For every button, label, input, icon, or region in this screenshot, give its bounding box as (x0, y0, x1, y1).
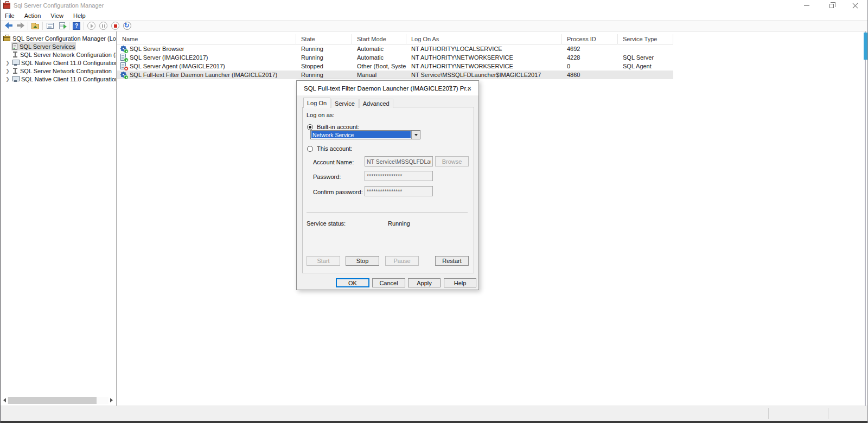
apply-button[interactable]: Apply (408, 278, 441, 287)
confirm-password-label: Confirm password: (313, 189, 363, 195)
menu-file[interactable]: File (1, 12, 20, 20)
restore-button[interactable] (819, 0, 843, 11)
menu-action[interactable]: Action (20, 12, 46, 20)
window-vertical-scrollbar[interactable] (864, 31, 867, 406)
stop-icon (111, 22, 119, 30)
ok-button[interactable]: OK (336, 278, 369, 287)
pause-button[interactable]: Pause (385, 256, 419, 266)
expand-chevron-icon[interactable]: ❯ (4, 76, 11, 82)
stop-button[interactable]: Stop (346, 256, 379, 266)
service-start-mode: Other (Boot, Syste... (352, 63, 406, 69)
menu-help[interactable]: Help (68, 12, 91, 20)
toolbar-separator (28, 22, 28, 30)
refresh-icon: ↻ (123, 22, 131, 30)
cancel-button[interactable]: Cancel (372, 278, 405, 287)
menu-view[interactable]: View (46, 12, 68, 20)
tree-root[interactable]: SQL Server Configuration Manager (Local) (1, 34, 116, 42)
app-window: Sql Server Configuration Manager File Ac… (0, 0, 868, 423)
toolbox-icon (3, 36, 10, 41)
service-start-mode: Automatic (352, 46, 406, 52)
tab-service[interactable]: Service (331, 99, 359, 108)
tree-item-native-client-32bit[interactable]: ❯ SQL Native Client 11.0 Configuration (… (1, 59, 116, 67)
password-input[interactable] (365, 171, 433, 181)
dialog-help-button[interactable]: ? (442, 81, 458, 95)
service-state: Running (296, 46, 352, 52)
dialog-tabs: Log On Service Advanced (303, 98, 394, 108)
window-title: Sql Server Configuration Manager (14, 2, 104, 9)
dropdown-arrow-icon[interactable] (411, 131, 420, 139)
service-gear-running-icon (119, 44, 128, 53)
tab-log-on[interactable]: Log On (303, 98, 330, 108)
builtin-account-label: Built-in account: (317, 124, 359, 130)
builtin-account-dropdown[interactable]: Network Service (310, 130, 420, 139)
table-row-sql-server-agent[interactable]: SQL Server Agent (IMAGICLE2017) Stopped … (117, 62, 673, 70)
column-header-start-mode[interactable]: Start Mode (352, 34, 406, 44)
restore-icon (829, 4, 834, 8)
scrollbar-track[interactable] (7, 397, 108, 404)
browse-button[interactable]: Browse (435, 156, 469, 166)
service-process-id: 4860 (562, 72, 618, 78)
tree-item-network-config-32bit[interactable]: SQL Server Network Configuration (32bit) (1, 50, 116, 59)
network-config-icon (12, 52, 18, 58)
help-icon: ? (73, 22, 80, 30)
scrollbar-thumb[interactable] (8, 397, 97, 404)
log-on-as-label: Log on as: (307, 112, 334, 118)
service-server-running-icon (119, 53, 128, 62)
up-one-level-button[interactable] (29, 21, 41, 31)
scrollbar-track[interactable] (865, 31, 866, 406)
tree: SQL Server Configuration Manager (Local)… (1, 31, 116, 83)
expand-chevron-icon[interactable]: ❯ (4, 60, 11, 66)
restart-button[interactable]: Restart (435, 256, 469, 266)
column-header-log-on-as[interactable]: Log On As (406, 34, 562, 44)
this-account-label: This account: (317, 145, 352, 152)
tree-item-label: SQL Server Network Configuration (20, 68, 112, 74)
help-button[interactable]: ? (71, 21, 82, 31)
column-header-state[interactable]: State (296, 34, 352, 44)
column-header-name[interactable]: Name (117, 34, 296, 44)
pause-service-button[interactable] (97, 21, 109, 31)
table-row-sql-fulltext-daemon[interactable]: SQL Full-text Filter Daemon Launcher (IM… (117, 70, 673, 79)
dialog-close-button[interactable]: × (460, 81, 478, 95)
service-log-on-as: NT AUTHORITY\LOCALSERVICE (406, 46, 562, 52)
service-name: SQL Server (IMAGICLE2017) (130, 54, 208, 61)
back-button[interactable] (3, 21, 15, 31)
server-icon (12, 43, 17, 50)
tree-item-native-client[interactable]: ❯ SQL Native Client 11.0 Configuration (1, 75, 116, 83)
builtin-account-radio[interactable] (307, 124, 313, 130)
minimize-button[interactable] (794, 0, 819, 11)
computer-icon (12, 60, 19, 66)
column-header-process-id[interactable]: Process ID (562, 34, 618, 44)
table-row-sql-server-browser[interactable]: SQL Server Browser Running Automatic NT … (117, 44, 673, 53)
pause-icon (99, 22, 107, 30)
stop-service-button[interactable] (109, 21, 121, 31)
help-button-dialog[interactable]: Help (444, 278, 476, 287)
dropdown-selected-value: Network Service (311, 131, 411, 138)
show-console-tree-button[interactable] (44, 21, 56, 31)
export-list-button[interactable] (56, 21, 68, 31)
forward-button[interactable] (15, 21, 27, 31)
scrollbar-thumb[interactable] (864, 33, 867, 60)
confirm-password-input[interactable] (365, 186, 433, 196)
status-bar (1, 406, 867, 421)
table-row-sql-server[interactable]: SQL Server (IMAGICLE2017) Running Automa… (117, 53, 673, 62)
tree-horizontal-scrollbar[interactable] (2, 396, 114, 404)
service-status-value: Running (388, 220, 410, 227)
tree-item-label: SQL Server Network Configuration (32bit) (20, 52, 117, 58)
account-name-input[interactable] (365, 156, 433, 166)
toolbar-separator (42, 22, 43, 30)
start-service-button[interactable] (85, 21, 97, 31)
restart-service-button[interactable]: ↻ (121, 21, 133, 31)
service-start-mode: Manual (352, 72, 406, 78)
close-button[interactable] (843, 0, 867, 11)
column-header-service-type[interactable]: Service Type (618, 34, 673, 44)
tab-advanced[interactable]: Advanced (359, 99, 393, 108)
start-button[interactable]: Start (307, 256, 340, 266)
forward-icon (17, 23, 24, 28)
this-account-radio[interactable] (307, 146, 313, 152)
status-bar-divider (828, 408, 828, 419)
expand-chevron-icon[interactable]: ❯ (4, 68, 11, 74)
tree-item-sql-server-services[interactable]: SQL Server Services (1, 42, 116, 50)
scroll-left-arrow[interactable] (2, 396, 7, 404)
tree-item-network-config[interactable]: ❯ SQL Server Network Configuration (1, 67, 116, 75)
scroll-right-arrow[interactable] (108, 396, 114, 404)
